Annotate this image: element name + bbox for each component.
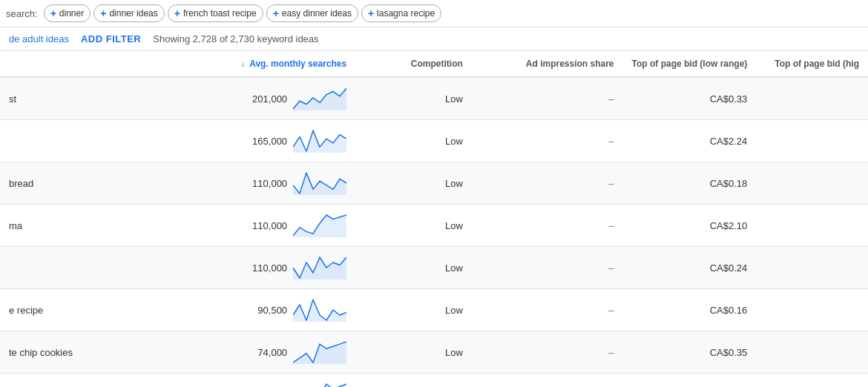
keyword-cell xyxy=(0,374,151,388)
keyword-cell xyxy=(0,247,151,289)
table-row[interactable]: ma 110,000 Low – CA$2.10 xyxy=(0,205,868,247)
bid-high-cell xyxy=(756,120,868,162)
bid-high-cell xyxy=(756,247,868,289)
search-label: search: xyxy=(6,8,38,19)
monthly-number: 201,000 xyxy=(246,93,287,105)
monthly-cell: 74,000 xyxy=(151,331,355,374)
plus-icon: + xyxy=(50,7,56,19)
bid-high-cell xyxy=(756,77,868,120)
competition-cell: Low xyxy=(355,77,472,120)
monthly-number: 74,000 xyxy=(246,347,287,358)
competition-cell: Low xyxy=(355,289,472,331)
table-row[interactable]: 60,500 Low – CA$0.57 xyxy=(0,374,868,388)
table-row[interactable]: bread 110,000 Low – CA$0.18 xyxy=(0,162,868,205)
ad-cell: – xyxy=(472,374,623,388)
keyword-cell: bread xyxy=(0,162,151,205)
plus-icon: + xyxy=(174,7,180,19)
bid-low-cell: CA$0.57 xyxy=(623,374,757,388)
col-header-monthly[interactable]: ↓ Avg. monthly searches xyxy=(151,51,355,77)
sparkline-chart xyxy=(293,212,346,239)
col-header-bid-high[interactable]: Top of page bid (hig xyxy=(756,51,868,77)
search-tag[interactable]: +easy dinner ideas xyxy=(266,4,358,22)
sparkline-chart xyxy=(293,128,346,154)
ad-cell: – xyxy=(472,331,623,374)
keyword-cell: st xyxy=(0,77,151,120)
sort-arrow-icon: ↓ xyxy=(240,59,245,69)
plus-icon: + xyxy=(368,7,374,19)
table-row[interactable]: e recipe 90,500 Low – CA$0.16 xyxy=(0,289,868,331)
bid-low-cell: CA$0.33 xyxy=(623,77,757,120)
bid-high-cell xyxy=(756,289,868,331)
col-header-ad[interactable]: Ad impression share xyxy=(472,51,623,77)
ad-cell: – xyxy=(472,120,623,162)
table-header-row: ↓ Avg. monthly searches Competition Ad i… xyxy=(0,51,868,77)
table-body: st 201,000 Low – CA$0.33 165,000 Low – C… xyxy=(0,77,868,387)
table-row[interactable]: st 201,000 Low – CA$0.33 xyxy=(0,77,868,120)
keyword-cell xyxy=(0,120,151,162)
search-bar: search: +dinner+dinner ideas+french toas… xyxy=(0,0,868,27)
keyword-cell: te chip cookies xyxy=(0,331,151,374)
sparkline-chart xyxy=(293,381,346,387)
bid-low-cell: CA$0.35 xyxy=(623,331,757,374)
competition-cell: Low xyxy=(355,374,472,388)
monthly-cell: 110,000 xyxy=(151,162,355,205)
ad-cell: – xyxy=(472,77,623,120)
ad-cell: – xyxy=(472,162,623,205)
bid-high-cell xyxy=(756,331,868,374)
plus-icon: + xyxy=(273,7,279,19)
ad-cell: – xyxy=(472,289,623,331)
sparkline-chart xyxy=(293,339,346,366)
monthly-cell: 110,000 xyxy=(151,247,355,289)
bid-low-cell: CA$0.24 xyxy=(623,247,757,289)
bid-high-cell xyxy=(756,162,868,205)
monthly-number: 110,000 xyxy=(246,262,287,274)
col-header-competition[interactable]: Competition xyxy=(355,51,472,77)
search-tag[interactable]: +lasagna recipe xyxy=(361,4,441,22)
sparkline-chart xyxy=(293,254,346,281)
competition-cell: Low xyxy=(355,120,472,162)
search-tag[interactable]: +french toast recipe xyxy=(168,4,263,22)
keywords-table: ↓ Avg. monthly searches Competition Ad i… xyxy=(0,51,868,387)
table-row[interactable]: 110,000 Low – CA$0.24 xyxy=(0,247,868,289)
col-header-keyword xyxy=(0,51,151,77)
competition-cell: Low xyxy=(355,247,472,289)
competition-cell: Low xyxy=(355,162,472,205)
competition-cell: Low xyxy=(355,331,472,374)
monthly-number: 165,000 xyxy=(246,136,287,147)
search-tag[interactable]: +dinner ideas xyxy=(93,4,165,22)
filter-bar: de adult ideas ADD FILTER Showing 2,728 … xyxy=(0,27,868,51)
monthly-cell: 165,000 xyxy=(151,120,355,162)
table-row[interactable]: te chip cookies 74,000 Low – CA$0.35 xyxy=(0,331,868,374)
sparkline-chart xyxy=(293,85,346,112)
ad-cell: – xyxy=(472,247,623,289)
bid-high-cell xyxy=(756,374,868,388)
monthly-number: 110,000 xyxy=(246,220,287,231)
bid-low-cell: CA$2.10 xyxy=(623,205,757,247)
monthly-cell: 60,500 xyxy=(151,374,355,388)
bid-high-cell xyxy=(756,205,868,247)
add-filter-button[interactable]: ADD FILTER xyxy=(81,33,141,44)
bid-low-cell: CA$2.24 xyxy=(623,120,757,162)
monthly-cell: 201,000 xyxy=(151,77,355,120)
keywords-table-container: ↓ Avg. monthly searches Competition Ad i… xyxy=(0,51,868,387)
keyword-cell: ma xyxy=(0,205,151,247)
exclude-link[interactable]: de adult ideas xyxy=(9,33,69,44)
monthly-cell: 110,000 xyxy=(151,205,355,247)
monthly-cell: 90,500 xyxy=(151,289,355,331)
bid-low-cell: CA$0.16 xyxy=(623,289,757,331)
bid-low-cell: CA$0.18 xyxy=(623,162,757,205)
competition-cell: Low xyxy=(355,205,472,247)
col-header-bid-low[interactable]: Top of page bid (low range) xyxy=(623,51,757,77)
monthly-number: 90,500 xyxy=(246,305,287,316)
sparkline-chart xyxy=(293,170,346,196)
table-row[interactable]: 165,000 Low – CA$2.24 xyxy=(0,120,868,162)
search-tag[interactable]: +dinner xyxy=(44,4,91,22)
showing-count: Showing 2,728 of 2,730 keyword ideas xyxy=(153,33,318,44)
ad-cell: – xyxy=(472,205,623,247)
monthly-number: 110,000 xyxy=(246,178,287,189)
plus-icon: + xyxy=(100,7,106,19)
keyword-cell: e recipe xyxy=(0,289,151,331)
sparkline-chart xyxy=(293,297,346,323)
